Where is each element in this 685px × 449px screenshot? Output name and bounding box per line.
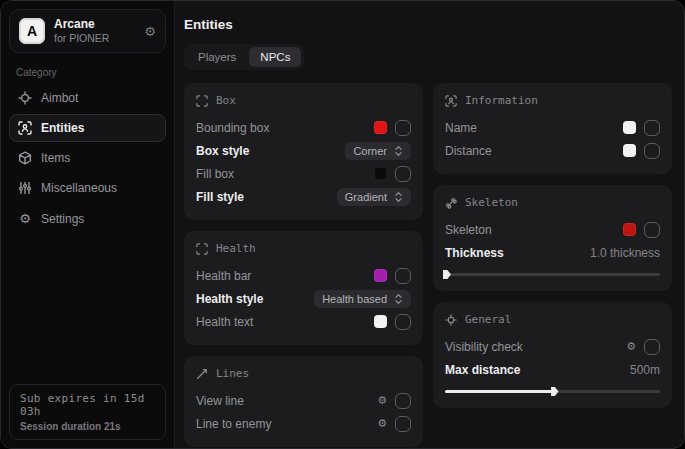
sidebar-item-label: Entities <box>41 121 84 135</box>
color-swatch[interactable] <box>374 121 387 134</box>
unfold-icon <box>394 145 403 157</box>
color-swatch[interactable] <box>374 315 387 328</box>
setting-label: Line to enemy <box>196 417 271 431</box>
gear-icon[interactable]: ⚙ <box>377 418 387 429</box>
setting-row-box-style: Box style Corner <box>196 139 411 162</box>
setting-row-view-line: View line ⚙ <box>196 389 411 412</box>
target-tabs: Players NPCs <box>184 44 304 70</box>
setting-label: Health style <box>196 292 263 306</box>
tab-players[interactable]: Players <box>187 47 247 67</box>
setting-label: Visibility check <box>445 340 523 354</box>
slider-thumb[interactable] <box>551 387 559 396</box>
setting-row-distance: Distance <box>445 139 660 162</box>
color-swatch[interactable] <box>374 167 387 180</box>
setting-row-name: Name <box>445 116 660 139</box>
session-duration-text: Session duration 21s <box>20 421 155 432</box>
color-swatch[interactable] <box>623 144 636 157</box>
sidebar-item-aimbot[interactable]: Aimbot <box>9 84 166 112</box>
app-window: A Arcane for PIONER ⚙ Category Aimbot En… <box>0 0 685 449</box>
diagonal-line-icon <box>196 368 208 380</box>
scan-brackets-icon <box>196 243 208 255</box>
setting-label: Distance <box>445 144 492 158</box>
max-distance-slider[interactable] <box>445 386 660 396</box>
color-swatch[interactable] <box>623 121 636 134</box>
slider-value: 1.0 thickness <box>590 246 660 260</box>
setting-label: Box style <box>196 144 249 158</box>
slider-track[interactable] <box>445 273 660 276</box>
gear-icon[interactable]: ⚙ <box>377 395 387 406</box>
sidebar-item-label: Miscellaneous <box>41 181 117 195</box>
crosshair-icon <box>445 314 457 326</box>
health-style-dropdown[interactable]: Health based <box>314 290 411 308</box>
general-card: General Visibility check ⚙ Max distance … <box>433 302 672 408</box>
main-panel: Entities Players NPCs Box Bounding box <box>175 1 684 448</box>
brand: Arcane for PIONER <box>54 17 135 45</box>
setting-label: Bounding box <box>196 121 269 135</box>
gear-icon[interactable]: ⚙ <box>144 25 156 38</box>
checkbox[interactable] <box>395 120 411 136</box>
setting-label: Thickness <box>445 246 504 260</box>
sidebar-item-label: Settings <box>41 212 84 226</box>
checkbox[interactable] <box>644 120 660 136</box>
gear-icon[interactable]: ⚙ <box>626 341 636 352</box>
sidebar-item-label: Items <box>41 151 70 165</box>
bone-icon <box>445 197 457 209</box>
setting-row-bounding-box: Bounding box <box>196 116 411 139</box>
sidebar-item-miscellaneous[interactable]: Miscellaneous <box>9 174 166 202</box>
setting-label: Fill box <box>196 167 234 181</box>
card-title: Health <box>216 242 256 255</box>
health-card: Health Health bar Health style Health ba… <box>184 231 423 345</box>
slider-fill <box>445 390 553 393</box>
sliders-icon <box>18 181 32 195</box>
sub-expiry-text: Sub expires in 15d 03h <box>20 392 155 418</box>
dropdown-value: Health based <box>322 293 387 305</box>
setting-label: Skeleton <box>445 223 492 237</box>
setting-row-health-text: Health text <box>196 310 411 333</box>
gear-icon: ⚙ <box>18 211 32 226</box>
sidebar-item-items[interactable]: Items <box>9 144 166 172</box>
setting-label: Name <box>445 121 477 135</box>
skeleton-card: Skeleton Skeleton Thickness 1.0 thicknes… <box>433 185 672 291</box>
sidebar-item-label: Aimbot <box>41 91 78 105</box>
sidebar-item-settings[interactable]: ⚙ Settings <box>9 204 166 233</box>
subscription-info: Sub expires in 15d 03h Session duration … <box>9 384 166 440</box>
lines-card: Lines View line ⚙ Line to enemy ⚙ <box>184 356 423 447</box>
page-title: Entities <box>184 17 672 32</box>
setting-row-line-to-enemy: Line to enemy ⚙ <box>196 412 411 435</box>
checkbox[interactable] <box>644 339 660 355</box>
app-name: Arcane <box>54 17 135 32</box>
dropdown-value: Corner <box>353 145 387 157</box>
setting-row-skeleton: Skeleton <box>445 218 660 241</box>
crosshair-icon <box>18 91 32 105</box>
checkbox[interactable] <box>395 166 411 182</box>
setting-label: Max distance <box>445 363 520 377</box>
checkbox[interactable] <box>395 268 411 284</box>
information-card: Information Name Distance <box>433 83 672 174</box>
checkbox[interactable] <box>395 416 411 432</box>
card-title: Box <box>216 94 236 107</box>
card-title: Skeleton <box>465 196 518 209</box>
tab-npcs[interactable]: NPCs <box>249 47 301 67</box>
slider-thumb[interactable] <box>443 270 451 279</box>
person-scan-icon <box>445 95 457 107</box>
checkbox[interactable] <box>644 143 660 159</box>
sidebar-item-entities[interactable]: Entities <box>9 114 166 142</box>
sidebar-menu: Aimbot Entities Items Miscellaneous ⚙ Se… <box>9 84 166 233</box>
thickness-slider[interactable] <box>445 269 660 279</box>
setting-label: Health bar <box>196 269 251 283</box>
color-swatch[interactable] <box>623 223 636 236</box>
checkbox[interactable] <box>395 393 411 409</box>
checkbox[interactable] <box>395 314 411 330</box>
fill-style-dropdown[interactable]: Gradient <box>337 188 411 206</box>
package-icon <box>18 151 32 165</box>
setting-row-health-style: Health style Health based <box>196 287 411 310</box>
color-swatch[interactable] <box>374 269 387 282</box>
sidebar-header: A Arcane for PIONER ⚙ <box>9 9 166 53</box>
dropdown-value: Gradient <box>345 191 387 203</box>
checkbox[interactable] <box>644 222 660 238</box>
setting-label: Health text <box>196 315 253 329</box>
app-subtitle: for PIONER <box>54 32 135 45</box>
box-style-dropdown[interactable]: Corner <box>345 142 411 160</box>
scan-brackets-icon <box>196 95 208 107</box>
unfold-icon <box>394 191 403 203</box>
